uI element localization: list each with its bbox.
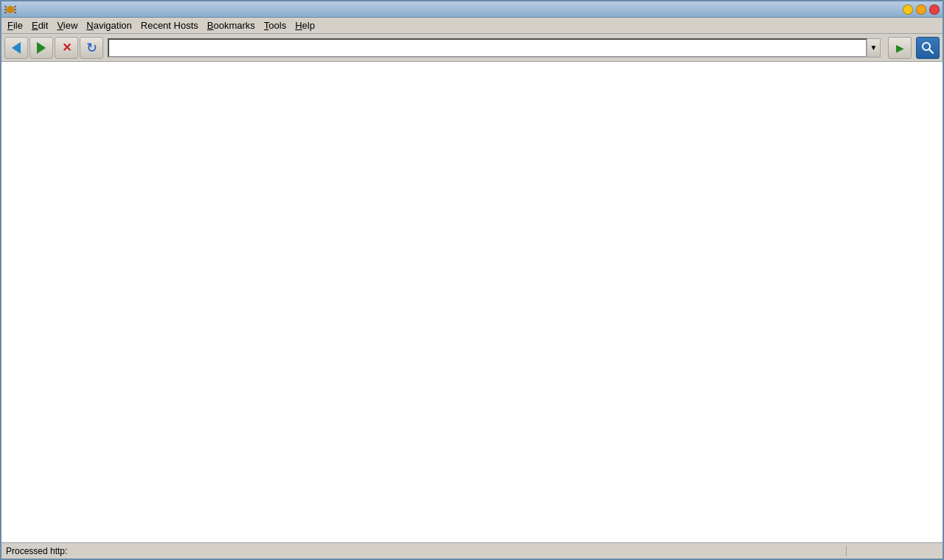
- go-button[interactable]: ▶: [888, 37, 912, 59]
- menu-edit[interactable]: Edit: [27, 18, 52, 32]
- url-input[interactable]: [108, 38, 867, 57]
- menu-bookmarks[interactable]: Bookmarks: [203, 18, 260, 32]
- main-content: [1, 62, 943, 542]
- title-bar-left: [4, 4, 16, 15]
- menu-view[interactable]: View: [52, 18, 82, 32]
- refresh-icon: ↻: [86, 40, 97, 56]
- status-bar: Processed http:: [1, 542, 943, 559]
- title-bar: [1, 1, 943, 18]
- back-arrow-icon: [12, 42, 21, 54]
- menu-bar: File Edit View Navigation Recent Hosts B…: [1, 18, 943, 34]
- stop-button[interactable]: ✕: [55, 37, 78, 59]
- app-icon: [4, 4, 16, 15]
- status-text: Processed http:: [1, 546, 847, 556]
- menu-recent-hosts[interactable]: Recent Hosts: [136, 18, 203, 32]
- svg-line-4: [14, 6, 16, 7]
- url-bar-container: ▼: [108, 38, 881, 57]
- menu-navigation[interactable]: Navigation: [82, 18, 136, 32]
- search-icon: [921, 41, 934, 55]
- stop-icon: ✕: [62, 41, 72, 55]
- svg-line-3: [4, 12, 7, 13]
- menu-file[interactable]: File: [3, 18, 27, 32]
- menu-tools[interactable]: Tools: [260, 18, 291, 32]
- svg-point-0: [7, 6, 14, 13]
- forward-arrow-icon: [37, 42, 46, 54]
- title-bar-controls: [903, 4, 940, 15]
- toolbar: ✕ ↻ ▼ ▶: [1, 34, 943, 62]
- svg-line-8: [929, 49, 933, 53]
- menu-help[interactable]: Help: [291, 18, 319, 32]
- back-button[interactable]: [4, 37, 28, 59]
- maximize-button[interactable]: [916, 4, 926, 15]
- svg-line-1: [4, 6, 7, 7]
- minimize-button[interactable]: [903, 4, 913, 15]
- search-button[interactable]: [916, 37, 940, 59]
- forward-button[interactable]: [30, 37, 53, 59]
- chevron-down-icon: ▼: [870, 43, 878, 52]
- refresh-button[interactable]: ↻: [80, 37, 103, 59]
- go-icon: ▶: [896, 42, 904, 54]
- url-dropdown-button[interactable]: ▼: [867, 38, 881, 57]
- svg-line-6: [14, 12, 16, 13]
- close-button[interactable]: [929, 4, 940, 15]
